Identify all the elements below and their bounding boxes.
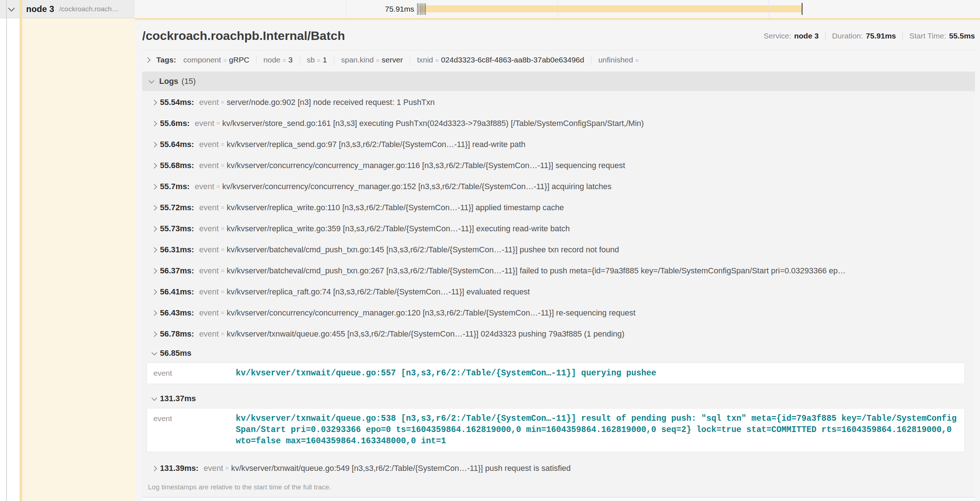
log-message: kv/kvserver/txnwait/queue.go:455 [n3,s3,… [227,329,965,339]
chevron-right-icon[interactable] [152,247,158,253]
equals-sign: = [376,57,379,64]
tag-divider [591,55,592,65]
log-message: kv/kvserver/concurrency/concurrency_mana… [227,161,965,170]
log-entry[interactable]: 56.43ms: event = kv/kvserver/concurrency… [146,302,965,324]
log-message: kv/kvserver/replica_write.go:359 [n3,s3,… [227,224,965,233]
log-entry[interactable]: 56.78ms: event = kv/kvserver/txnwait/que… [146,324,965,345]
operation-name: /cockroach.roach… [59,5,119,13]
span-detail-gutter [22,18,135,501]
log-message: kv/kvserver/concurrency/concurrency_mana… [222,182,965,191]
tags-section[interactable]: Tags: component = gRPC node = 3 sb = 1 s… [142,51,975,69]
logs-count: (15) [182,77,196,86]
log-entry-header[interactable]: 56.85ms [146,345,965,362]
tag-key: sb [307,56,315,64]
stat-divider [902,32,903,40]
equals-sign: = [635,57,639,64]
chevron-right-icon[interactable] [152,226,158,231]
log-entry-expanded: 131.37ms event kv/kvserver/txnwait/queue… [146,390,965,452]
log-timestamp: 131.37ms [160,394,196,403]
span-bar-row[interactable]: node 3 /cockroach.roach… 75.91ms [0,0,980,18]
chevron-right-icon[interactable] [152,163,158,168]
equals-sign: = [317,57,321,64]
log-tick-mark [424,3,424,15]
log-message: kv/kvserver/concurrency/concurrency_mana… [227,308,965,318]
log-field-key: event [199,266,219,276]
log-entry[interactable]: 55.7ms: event = kv/kvserver/concurrency/… [146,176,965,197]
chevron-down-icon[interactable] [152,349,158,356]
log-message: server/node.go:902 [n3] node received re… [227,98,965,107]
start-time-stat-label: Start Time: [909,32,946,40]
log-message: kv/kvserver/batcheval/cmd_push_txn.go:14… [227,245,965,254]
log-timestamp: 56.85ms [160,348,191,358]
equals-sign: = [221,225,224,232]
log-entry[interactable]: 55.72ms: event = kv/kvserver/replica_wri… [146,197,965,218]
span-overview-stats: Service: node 3 Duration: 75.91ms Start … [764,32,975,40]
equals-sign: = [223,57,227,64]
log-entry-header[interactable]: 131.37ms [146,390,965,407]
log-tick-mark [417,3,418,15]
log-entry[interactable]: 55.54ms: event = server/node.go:902 [n3]… [146,92,965,113]
chevron-right-icon[interactable] [152,99,158,105]
log-tick-mark [425,3,426,15]
log-timestamp: 55.7ms: [160,182,190,191]
service-stat-label: Service: [764,32,791,40]
span-detail-header: /cockroach.roachpb.Internal/Batch Servic… [142,20,975,51]
logs-accordion-header[interactable]: Logs (15) [142,72,975,91]
log-entry[interactable]: 56.37ms: event = kv/kvserver/batcheval/c… [146,260,965,281]
tag-key: component [183,56,221,64]
tag-item: span.kind = server [341,56,402,64]
equals-sign: = [216,183,220,190]
log-entry[interactable]: 55.73ms: event = kv/kvserver/replica_wri… [146,218,965,239]
chevron-down-icon[interactable] [152,395,158,401]
log-kv-table: event kv/kvserver/txnwait/queue.go:538 [… [146,408,965,452]
chevron-down-icon[interactable] [149,78,154,83]
chevron-right-icon[interactable] [152,121,158,126]
log-timestamp: 55.73ms: [160,224,194,233]
log-timestamp: 56.78ms: [160,329,194,339]
log-field-key: event [199,203,219,212]
equals-sign: = [225,465,229,472]
chevron-right-icon[interactable] [152,184,158,190]
span-bar[interactable] [419,5,802,12]
log-entry[interactable]: 55.68ms: event = kv/kvserver/concurrency… [146,155,965,176]
log-timestamp: 56.37ms: [160,266,194,276]
log-entry[interactable]: 56.31ms: event = kv/kvserver/batcheval/c… [146,239,965,260]
kv-value: kv/kvserver/txnwait/queue.go:538 [n3,s3,… [236,413,958,447]
log-field-key: event [199,287,219,297]
tree-guide-line [6,0,7,501]
duration-stat-label: Duration: [832,32,863,40]
log-timestamp: 55.54ms: [160,98,194,107]
timeline-area[interactable]: 75.91ms [135,0,980,18]
equals-sign: = [221,204,224,211]
span-color-stripe [19,0,22,501]
tag-key: node [263,56,280,64]
log-field-key: event [195,119,214,128]
chevron-right-icon[interactable] [152,289,158,295]
log-entry[interactable]: 56.41ms: event = kv/kvserver/replica_raf… [146,281,965,302]
logs-section: Logs (15) 55.54ms: event = server/node.g… [142,72,975,497]
log-field-key: event [199,98,219,107]
duration-label: 75.91ms [135,0,414,18]
chevron-right-icon[interactable] [152,310,158,316]
logs-footer-note: Log timestamps are relative to the start… [146,479,965,497]
log-timestamp: 55.6ms: [160,119,190,128]
log-entry[interactable]: 55.64ms: event = kv/kvserver/replica_sen… [146,134,965,155]
tag-key: unfinished [598,56,633,64]
trace-detail-view: node 3 /cockroach.roach… 75.91ms /cockro… [0,0,980,501]
log-entry[interactable]: 131.39ms: event = kv/kvserver/txnwait/qu… [146,458,965,479]
tag-value: 3 [288,56,293,64]
chevron-right-icon[interactable] [152,142,158,147]
chevron-down-icon[interactable] [8,5,14,11]
chevron-right-icon[interactable] [152,466,158,471]
log-timestamp: 56.31ms: [160,245,194,254]
service-name: node 3 [26,4,54,14]
log-timestamp: 55.68ms: [160,161,194,170]
chevron-right-icon[interactable] [152,331,158,337]
chevron-right-icon[interactable] [145,57,151,63]
log-tick-mark [422,3,423,15]
log-entry[interactable]: 55.6ms: event = kv/kvserver/store_send.g… [146,113,965,134]
duration-stat-value: 75.91ms [866,32,896,40]
tag-value: server [382,56,402,64]
chevron-right-icon[interactable] [152,268,158,274]
chevron-right-icon[interactable] [152,205,158,211]
